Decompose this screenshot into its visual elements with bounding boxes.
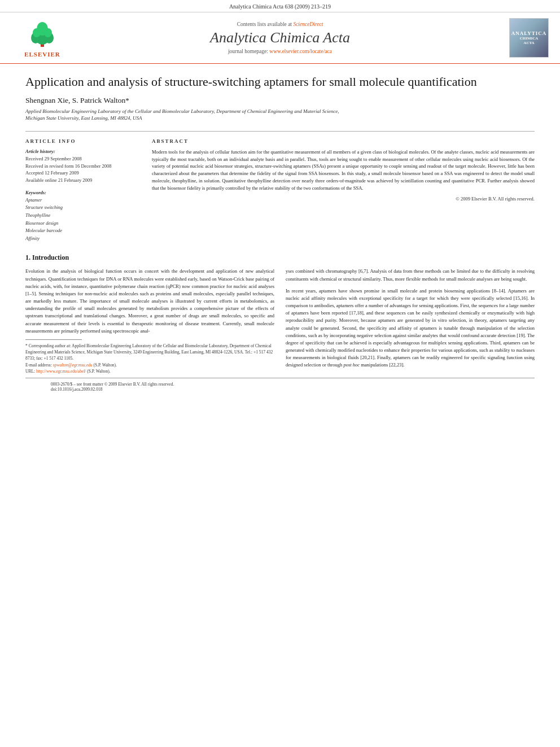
- elsevier-logo-area: ELSEVIER: [11, 19, 73, 58]
- keywords-heading: Keywords:: [25, 190, 138, 195]
- contents-available-line: Contents lists available at ScienceDirec…: [73, 21, 487, 27]
- article-history-block: Article history: Received 29 September 2…: [25, 148, 138, 184]
- keyword-6: Affinity: [25, 235, 138, 243]
- url-label: URL:: [25, 369, 35, 374]
- doi-line: doi:10.1016/j.aca.2009.02.018: [51, 387, 509, 392]
- svg-point-5: [33, 28, 41, 37]
- affiliation: Applied Biomolecular Engineering Laborat…: [25, 108, 535, 122]
- copyright-notice: © 2009 Elsevier B.V. All rights reserved…: [152, 196, 535, 202]
- bottom-bar: 0003-2670/$ – see front matter © 2009 El…: [25, 378, 535, 395]
- svg-point-6: [44, 28, 52, 37]
- email-label: E-mail address:: [25, 362, 52, 368]
- keyword-3: Theophylline: [25, 212, 138, 220]
- journal-reference: Analytica Chimica Acta 638 (2009) 213–21…: [0, 0, 560, 12]
- authors: Shengnan Xie, S. Patrick Walton*: [25, 96, 535, 105]
- footnote-divider: [25, 339, 82, 340]
- article-info-column: ARTICLE INFO Article history: Received 2…: [25, 138, 138, 243]
- received-date: Received 29 September 2008: [25, 155, 138, 163]
- keyword-1: Aptamer: [25, 196, 138, 204]
- abstract-text: Modern tools for the analysis of cellula…: [152, 148, 535, 192]
- footnote-block: * Corresponding author at: Applied Biomo…: [25, 343, 274, 374]
- history-heading: Article history:: [25, 148, 138, 154]
- aca-logo-box: ANALYTICA CHIMICA ACTA: [509, 18, 549, 58]
- email-person: (S.P. Walton).: [93, 362, 116, 368]
- abstract-label: ABSTRACT: [152, 138, 535, 144]
- star-note: * Corresponding author at: Applied Biomo…: [25, 343, 273, 361]
- introduction-section: 1. Introduction Evolution in the analysi…: [25, 254, 535, 374]
- keyword-4: Biosensor design: [25, 220, 138, 228]
- received-revised-date: Received in revised form 16 December 200…: [25, 163, 138, 170]
- issn-line: 0003-2670/$ – see front matter © 2009 El…: [51, 382, 509, 387]
- elsevier-tree-icon: [25, 19, 59, 50]
- url-person: (S.P. Walton).: [87, 369, 110, 374]
- elsevier-logo: ELSEVIER: [11, 19, 73, 58]
- article-body: Application and analysis of structure-sw…: [0, 64, 560, 407]
- sciencedirect-link[interactable]: ScienceDirect: [293, 21, 323, 27]
- intro-right-col: yses combined with chromatography [6,7].…: [286, 268, 535, 374]
- intro-heading: 1. Introduction: [25, 254, 535, 262]
- aca-logo-area: ANALYTICA CHIMICA ACTA: [487, 18, 549, 58]
- intro-para-3: In recent years, aptamers have shown pro…: [286, 287, 535, 369]
- intro-left-col: Evolution in the analysis of biological …: [25, 268, 274, 374]
- intro-para-2: yses combined with chromatography [6,7].…: [286, 268, 535, 282]
- keyword-5: Molecular barcode: [25, 227, 138, 235]
- accepted-date: Accepted 12 February 2009: [25, 169, 138, 177]
- journal-title: Analytica Chimica Acta: [73, 29, 487, 46]
- abstract-column: ABSTRACT Modern tools for the analysis o…: [152, 138, 535, 243]
- article-title: Application and analysis of structure-sw…: [25, 74, 535, 90]
- journal-homepage-link[interactable]: www.elsevier.com/locate/aca: [269, 49, 332, 54]
- intro-body-columns: Evolution in the analysis of biological …: [25, 268, 535, 374]
- available-date: Available online 21 February 2009: [25, 177, 138, 184]
- journal-header: ELSEVIER Contents lists available at Sci…: [0, 12, 560, 64]
- journal-homepage: journal homepage: www.elsevier.com/locat…: [73, 49, 487, 54]
- elsevier-label: ELSEVIER: [24, 51, 60, 58]
- article-info-label: ARTICLE INFO: [25, 138, 138, 144]
- email-address[interactable]: spwalton@egr.msu.edu: [53, 362, 93, 368]
- keywords-block: Keywords: Aptamer Structure switching Th…: [25, 190, 138, 243]
- footnote-url[interactable]: http://www.egr.msu.edu/abel/: [36, 369, 86, 374]
- intro-para-1: Evolution in the analysis of biological …: [25, 268, 274, 335]
- section-divider: [25, 131, 535, 132]
- journal-title-area: Contents lists available at ScienceDirec…: [73, 21, 487, 54]
- keyword-2: Structure switching: [25, 204, 138, 212]
- info-abstract-row: ARTICLE INFO Article history: Received 2…: [25, 138, 535, 243]
- page: Analytica Chimica Acta 638 (2009) 213–21…: [0, 0, 560, 747]
